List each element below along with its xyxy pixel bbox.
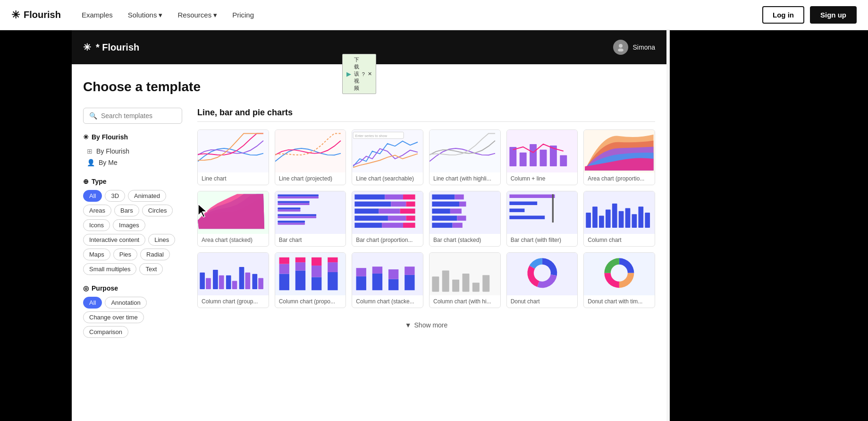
- black-side-left: [0, 30, 72, 421]
- template-card-line4[interactable]: Line chart (with highli...: [429, 129, 501, 185]
- svg-rect-70: [279, 274, 289, 290]
- svg-rect-11: [278, 201, 309, 203]
- template-card-bar_filter[interactable]: Bar chart (with filter): [506, 191, 578, 247]
- sidebar-purpose-section: ◎ Purpose AllAnnotationChange over timeC…: [83, 284, 182, 338]
- svg-rect-49: [552, 195, 553, 223]
- show-more-button[interactable]: ▼ Show more: [197, 316, 655, 335]
- template-card-line2[interactable]: Line chart (projected): [275, 129, 346, 185]
- svg-rect-45: [509, 195, 555, 198]
- card-preview-col_group: [198, 253, 269, 295]
- svg-rect-44: [453, 223, 463, 228]
- card-label: Column chart (stacke...: [352, 295, 423, 308]
- svg-rect-90: [432, 276, 439, 292]
- template-card-area_stacked[interactable]: Area chart (stacked): [197, 191, 269, 247]
- search-input[interactable]: [101, 112, 176, 120]
- svg-rect-66: [239, 267, 244, 289]
- type-tag-3d[interactable]: 3D: [105, 190, 125, 202]
- type-tag-all[interactable]: All: [83, 190, 102, 202]
- card-preview-bar: [275, 191, 346, 234]
- template-card-col_prop[interactable]: Column chart (propo...: [275, 252, 346, 308]
- template-card-area_stacked_color[interactable]: Area chart (proportio...: [583, 129, 655, 185]
- type-tag-icons[interactable]: Icons: [83, 219, 110, 231]
- show-more-label: Show more: [414, 321, 448, 329]
- template-card-bar_prop[interactable]: Bar chart (proportion...: [352, 191, 423, 247]
- template-grid: Line chartLine chart (projected) Enter s…: [197, 129, 655, 308]
- purpose-tag-annotation[interactable]: Annotation: [105, 297, 146, 309]
- purpose-tag-comparison[interactable]: Comparison: [83, 326, 128, 338]
- login-button[interactable]: Log in: [762, 6, 804, 24]
- nav-pricing[interactable]: Pricing: [227, 8, 260, 22]
- nav-solutions[interactable]: Solutions ▾: [122, 8, 169, 22]
- svg-rect-56: [625, 208, 631, 228]
- template-card-col_group[interactable]: Column chart (group...: [197, 252, 269, 308]
- svg-rect-34: [403, 223, 415, 228]
- sidebar-by-title: ✳ By Flourish: [83, 133, 182, 141]
- template-card-bar_stacked[interactable]: Bar chart (stacked): [429, 191, 501, 247]
- svg-rect-86: [388, 279, 398, 291]
- svg-rect-41: [432, 215, 457, 221]
- card-preview-bar_prop: [352, 191, 423, 234]
- nav-resources[interactable]: Resources ▾: [172, 8, 223, 22]
- svg-rect-15: [278, 197, 319, 198]
- signup-button[interactable]: Sign up: [810, 6, 857, 24]
- type-tag-maps[interactable]: Maps: [83, 249, 110, 260]
- app-logo-asterisk: ✳: [83, 42, 91, 53]
- svg-rect-80: [328, 262, 337, 272]
- sidebar-type-title: ⊕ Type: [83, 178, 182, 185]
- svg-rect-50: [586, 213, 591, 228]
- svg-rect-93: [462, 274, 469, 292]
- template-card-donut[interactable]: Donut chart: [506, 252, 578, 308]
- sidebar-item-by-flourish[interactable]: ⊞ By Flourish: [83, 146, 182, 157]
- type-tag-radial[interactable]: Radial: [140, 249, 170, 260]
- svg-rect-24: [391, 201, 406, 206]
- card-preview-line4: [430, 130, 500, 172]
- purpose-tag-all[interactable]: All: [83, 297, 102, 309]
- svg-rect-23: [355, 201, 391, 206]
- card-label: Column chart (group...: [198, 295, 269, 308]
- top-nav-links: Examples Solutions ▾ Resources ▾ Pricing: [76, 8, 260, 22]
- type-tag-text[interactable]: Text: [139, 263, 163, 275]
- svg-rect-35: [432, 195, 455, 200]
- template-card-col_stacked[interactable]: Column chart (stacke...: [352, 252, 423, 308]
- nav-examples[interactable]: Examples: [76, 8, 118, 22]
- svg-rect-18: [278, 216, 316, 218]
- card-label: Line chart: [198, 172, 269, 185]
- card-preview-donut_time: [584, 253, 655, 295]
- type-tag-small-multiples[interactable]: Small multiples: [83, 263, 136, 275]
- svg-rect-75: [295, 258, 305, 262]
- svg-rect-71: [279, 264, 289, 274]
- card-preview-area_stacked: [198, 191, 269, 234]
- download-close[interactable]: ✕: [368, 71, 372, 77]
- top-nav-logo[interactable]: ✳ Flourish: [11, 9, 61, 21]
- purpose-tag-change-over-time[interactable]: Change over time: [83, 311, 144, 323]
- type-tag-bars[interactable]: Bars: [114, 205, 139, 216]
- template-card-colline[interactable]: Column + line: [506, 129, 578, 185]
- download-text: 下载该 视频: [354, 56, 359, 92]
- template-card-col_hi[interactable]: Column chart (with hi...: [429, 252, 501, 308]
- template-card-line3[interactable]: Enter series to show Line chart (searcha…: [352, 129, 423, 185]
- card-label: Line chart (with highli...: [430, 172, 500, 185]
- template-card-column[interactable]: Column chart: [583, 191, 655, 247]
- svg-rect-27: [379, 208, 400, 214]
- type-tag-interactive-content[interactable]: Interactive content: [83, 234, 145, 246]
- svg-rect-74: [295, 262, 305, 270]
- card-label: Bar chart (stacked): [430, 234, 500, 246]
- sidebar-item-by-me[interactable]: 👤 By Me: [83, 157, 182, 168]
- type-tag-areas[interactable]: Areas: [83, 205, 111, 216]
- type-tag-animated[interactable]: Animated: [128, 190, 166, 202]
- svg-rect-29: [355, 215, 388, 221]
- type-tag-circles[interactable]: Circles: [142, 205, 173, 216]
- card-preview-col_hi: [430, 253, 500, 295]
- card-label: Bar chart (with filter): [507, 234, 578, 246]
- template-card-donut_time[interactable]: Donut chart with tim...: [583, 252, 655, 308]
- svg-rect-6: [530, 144, 537, 166]
- top-nav: ✳ Flourish Examples Solutions ▾ Resource…: [0, 0, 868, 30]
- type-tag-pies[interactable]: Pies: [113, 249, 137, 260]
- svg-rect-76: [312, 277, 321, 290]
- type-tag-images[interactable]: Images: [113, 219, 145, 231]
- template-card-bar[interactable]: Bar chart: [275, 191, 346, 247]
- svg-rect-42: [457, 215, 466, 221]
- svg-rect-47: [509, 208, 524, 212]
- template-card-line1[interactable]: Line chart: [197, 129, 269, 185]
- type-tag-lines[interactable]: Lines: [148, 234, 175, 246]
